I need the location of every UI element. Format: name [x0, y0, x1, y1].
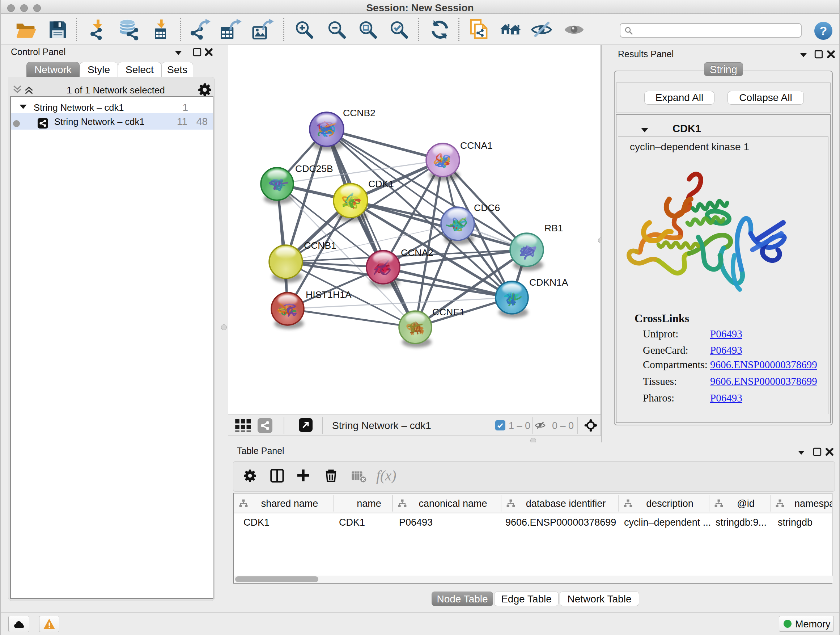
svg-text:CDC6: CDC6 [474, 203, 500, 213]
svg-text:CCNE1: CCNE1 [432, 307, 465, 318]
svg-text:CDKN1A: CDKN1A [529, 277, 568, 288]
svg-text:CDK1: CDK1 [368, 179, 394, 189]
svg-text:CCNB1: CCNB1 [304, 240, 336, 251]
svg-text:CCNA2: CCNA2 [401, 247, 433, 258]
svg-text:RB1: RB1 [545, 223, 563, 233]
svg-text:CDC25B: CDC25B [295, 163, 333, 174]
svg-text:CCNA1: CCNA1 [460, 140, 493, 151]
svg-text:CCNB2: CCNB2 [343, 108, 376, 119]
svg-text:HIST1H1A: HIST1H1A [306, 289, 352, 300]
